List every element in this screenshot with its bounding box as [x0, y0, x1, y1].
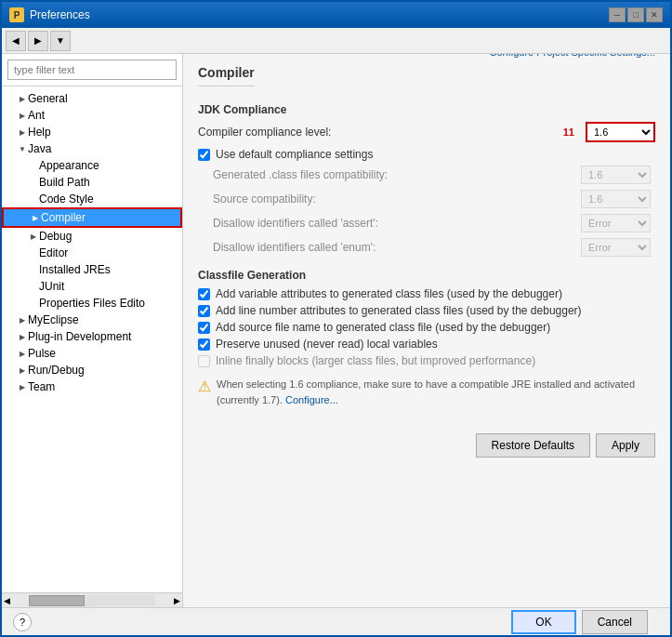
toolbar: ◀ ▶ ▼	[2, 28, 670, 54]
use-default-row: Use default compliance settings	[198, 148, 655, 161]
cb2-row: Add line number attributes to generated …	[198, 304, 655, 317]
cancel-button[interactable]: Cancel	[582, 610, 648, 634]
cb1-row: Add variable attributes to generated cla…	[198, 287, 655, 300]
generated-class-label: Generated .class files compatibility:	[213, 168, 581, 181]
sidebar-item-label: Compiler	[41, 211, 86, 224]
sidebar-item-label: Ant	[28, 109, 45, 122]
sidebar-item-plugindev[interactable]: ▶ Plug-in Development	[2, 328, 182, 345]
sidebar-item-debug[interactable]: ▶ Debug	[2, 228, 182, 245]
compliance-right: 11 1.6 1.5 1.7	[563, 122, 655, 142]
disallow-assert-value: Error	[581, 214, 655, 232]
sidebar-item-label: Properties Files Edito	[39, 297, 145, 310]
forward-button[interactable]: ▶	[28, 31, 48, 51]
arrow-icon: ▼	[17, 143, 28, 154]
sidebar-item-junit[interactable]: ▶ JUnit	[2, 278, 182, 295]
arrow-icon: ▶	[17, 110, 28, 121]
sidebar-item-label: Team	[28, 380, 55, 393]
sidebar-item-compiler[interactable]: ▶ Compiler	[2, 207, 182, 228]
sidebar-item-label: Appearance	[39, 159, 99, 172]
sidebar-item-ant[interactable]: ▶ Ant	[2, 107, 182, 124]
content-header-row: Compiler Configure Project Specific Sett…	[198, 65, 655, 94]
disallow-assert-dropdown: Error	[581, 214, 651, 232]
sidebar-item-label: MyEclipse	[28, 313, 79, 326]
scrollbar-thumb[interactable]	[29, 595, 85, 606]
sidebar-item-label: Code Style	[39, 192, 94, 206]
sidebar-item-propertiesfiles[interactable]: ▶ Properties Files Edito	[2, 295, 182, 312]
sidebar-item-label: Editor	[39, 246, 68, 259]
scroll-left-btn[interactable]: ◀	[2, 596, 12, 605]
cb5-label: Inline finally blocks (larger class file…	[216, 354, 535, 367]
disallow-assert-label: Disallow identifiers called 'assert':	[213, 217, 581, 230]
disallow-enum-row: Disallow identifiers called 'enum': Erro…	[198, 237, 655, 258]
preferences-window: P Preferences ─ □ ✕ ◀ ▶ ▼ ▶ General	[0, 0, 672, 637]
configure-link2[interactable]: Configure...	[285, 394, 338, 405]
titlebar-controls: ─ □ ✕	[609, 7, 663, 22]
configure-project-link[interactable]: Configure Project Specific Settings...	[489, 54, 655, 58]
cb4-row: Preserve unused (never read) local varia…	[198, 338, 655, 351]
disallow-enum-dropdown: Error	[581, 238, 651, 257]
sidebar-item-label: Debug	[39, 230, 72, 243]
sidebar-item-label: Build Path	[39, 176, 90, 189]
minimize-button[interactable]: ─	[609, 7, 626, 22]
jdk-section-title: JDK Compliance	[198, 103, 655, 116]
sidebar-item-label: Plug-in Development	[28, 330, 131, 343]
sidebar-item-codestyle[interactable]: ▶ Code Style	[2, 191, 182, 207]
sidebar: ▶ General ▶ Ant ▶ Help ▼ Java	[2, 54, 183, 607]
sidebar-item-label: Help	[28, 126, 51, 139]
cb4-label: Preserve unused (never read) local varia…	[216, 338, 438, 351]
sidebar-item-general[interactable]: ▶ General	[2, 90, 182, 107]
cb5-checkbox[interactable]	[198, 355, 210, 367]
restore-defaults-button[interactable]: Restore Defaults	[476, 433, 590, 458]
compliance-dropdown[interactable]: 1.6 1.5 1.7	[586, 122, 655, 142]
cb3-checkbox[interactable]	[198, 322, 210, 334]
warning-text-content: When selecting 1.6 compliance, make sure…	[217, 378, 635, 405]
generated-class-row: Generated .class files compatibility: 1.…	[198, 165, 655, 185]
compliance-label: Compiler compliance level:	[198, 126, 563, 139]
use-default-checkbox[interactable]	[198, 149, 210, 161]
sidebar-item-team[interactable]: ▶ Team	[2, 378, 182, 395]
cb2-checkbox[interactable]	[198, 305, 210, 317]
titlebar-left: P Preferences	[9, 7, 90, 22]
help-button[interactable]: ?	[13, 613, 32, 631]
app-icon: P	[9, 7, 24, 22]
sidebar-item-rundebug[interactable]: ▶ Run/Debug	[2, 362, 182, 378]
annotation-11: 11	[563, 126, 574, 138]
ok-cancel-bar: OK Cancel	[32, 610, 659, 634]
back-button[interactable]: ◀	[6, 31, 26, 51]
ok-button[interactable]: OK	[511, 610, 575, 634]
arrow-icon: ▶	[28, 231, 39, 242]
sidebar-item-myeclipse[interactable]: ▶ MyEclipse	[2, 312, 182, 328]
sidebar-item-label: Java	[28, 142, 51, 155]
disallow-assert-row: Disallow identifiers called 'assert': Er…	[198, 213, 655, 233]
source-compat-dropdown: 1.6	[581, 190, 651, 208]
sidebar-item-pulse[interactable]: ▶ Pulse	[2, 345, 182, 362]
cb1-checkbox[interactable]	[198, 288, 210, 300]
cb4-checkbox[interactable]	[198, 338, 210, 351]
sidebar-item-label: Installed JREs	[39, 263, 111, 276]
sidebar-item-label: Run/Debug	[28, 364, 85, 377]
sidebar-item-help[interactable]: ▶ Help	[2, 124, 182, 140]
cb3-row: Add source file name to generated class …	[198, 321, 655, 334]
arrow-icon: ▶	[17, 365, 28, 376]
source-compat-label: Source compatibility:	[213, 192, 581, 206]
arrow-icon: ▶	[17, 314, 28, 325]
sidebar-scrollbar[interactable]: ◀ ▶	[2, 592, 182, 607]
apply-button[interactable]: Apply	[596, 433, 655, 458]
close-button[interactable]: ✕	[646, 7, 663, 22]
sidebar-item-appearance[interactable]: ▶ Appearance	[2, 157, 182, 174]
sidebar-item-buildpath[interactable]: ▶ Build Path	[2, 174, 182, 191]
cb2-label: Add line number attributes to generated …	[216, 304, 582, 317]
sidebar-item-java[interactable]: ▼ Java	[2, 140, 182, 157]
search-input[interactable]	[7, 60, 177, 80]
maximize-button[interactable]: □	[627, 7, 644, 22]
compiler-item-container: 10 ▶ Compiler	[2, 207, 182, 228]
sidebar-item-editor[interactable]: ▶ Editor	[2, 245, 182, 261]
cb3-label: Add source file name to generated class …	[216, 321, 550, 334]
classfile-section-title: Classfile Generation	[198, 269, 655, 282]
dropdown-button[interactable]: ▼	[50, 31, 71, 51]
scroll-right-btn[interactable]: ▶	[172, 596, 182, 605]
generated-class-value: 1.6	[581, 166, 655, 184]
arrow-icon: ▶	[17, 93, 28, 104]
arrow-icon: ▶	[30, 212, 41, 223]
sidebar-item-installedjres[interactable]: ▶ Installed JREs	[2, 261, 182, 278]
